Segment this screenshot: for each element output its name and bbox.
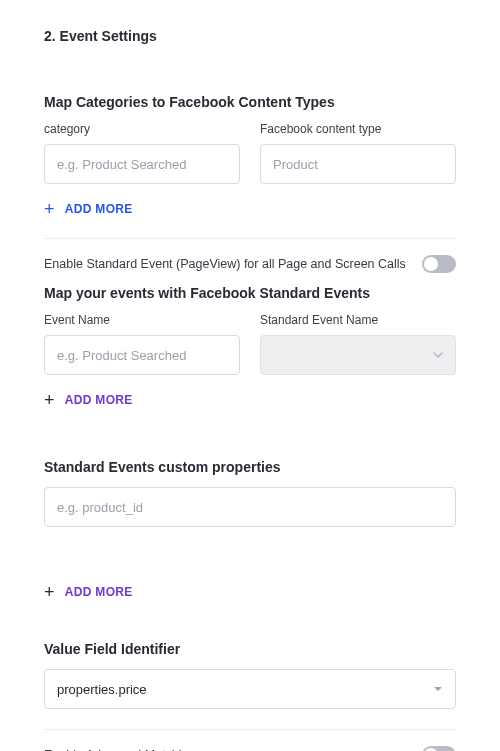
plus-icon: + [44,391,55,409]
category-label: category [44,122,240,136]
enable-pageview-toggle[interactable] [422,255,456,273]
value-field-selected: properties.price [57,682,147,697]
add-more-categories[interactable]: + ADD MORE [44,200,133,218]
fb-content-type-label: Facebook content type [260,122,456,136]
event-name-label: Event Name [44,313,240,327]
standard-event-name-select[interactable] [260,335,456,375]
section-title: 2. Event Settings [44,28,456,44]
value-field-select[interactable]: properties.price [44,669,456,709]
divider [44,238,456,239]
plus-icon: + [44,583,55,601]
value-field-title: Value Field Identifier [44,641,456,657]
custom-prop-input[interactable] [44,487,456,527]
chevron-down-icon [433,350,443,360]
custom-props-title: Standard Events custom properties [44,459,456,475]
add-more-events[interactable]: + ADD MORE [44,391,133,409]
event-name-input[interactable] [44,335,240,375]
map-categories-title: Map Categories to Facebook Content Types [44,94,456,110]
standard-event-name-label: Standard Event Name [260,313,456,327]
add-more-label: ADD MORE [65,393,133,407]
enable-pageview-label: Enable Standard Event (PageView) for all… [44,257,406,271]
add-more-label: ADD MORE [65,202,133,216]
add-more-label: ADD MORE [65,585,133,599]
category-input[interactable] [44,144,240,184]
divider [44,729,456,730]
adv-matching-toggle[interactable] [422,746,456,751]
plus-icon: + [44,200,55,218]
fb-content-type-input[interactable] [260,144,456,184]
add-more-custom-props[interactable]: + ADD MORE [44,583,133,601]
caret-down-icon [433,684,443,694]
map-events-title: Map your events with Facebook Standard E… [44,285,456,301]
